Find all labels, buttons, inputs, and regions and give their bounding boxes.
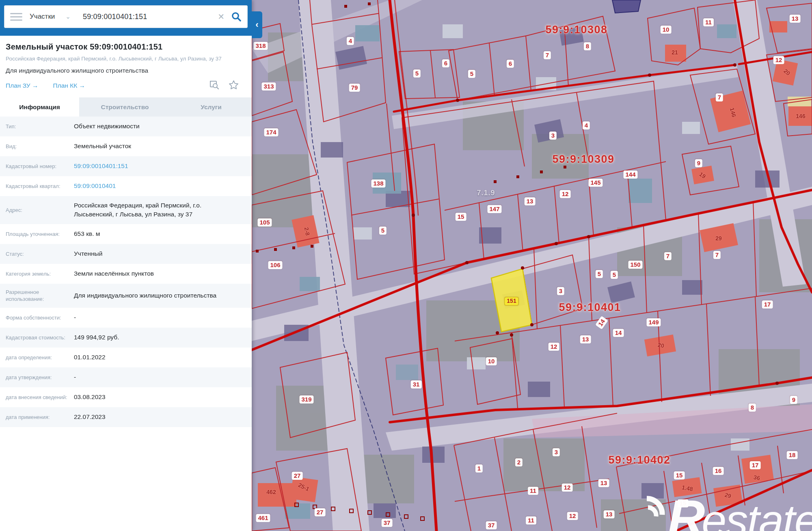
parcel-number-badge[interactable]: 27 [315,508,326,516]
table-row: дата внесения сведений: 03.08.2023 [0,387,252,407]
selected-parcel-badge[interactable]: 151 [504,297,518,305]
parcel-number-badge[interactable]: 18 [787,451,798,459]
parcel-number-badge[interactable]: 12 [562,484,573,492]
parcel-number-badge[interactable]: 5 [611,271,618,279]
parcel-number-badge[interactable]: 5 [379,227,387,235]
parcel-number-badge[interactable]: 4 [583,121,590,130]
parcel-number-badge[interactable]: 13 [604,510,615,518]
parcel-number-badge[interactable]: 313 [261,82,276,91]
search-icon[interactable] [231,11,242,22]
parcel-number-badge[interactable]: 144 [623,171,637,179]
row-value-link[interactable]: 59:09:0010401 [74,181,240,190]
parcel-number-badge[interactable]: 319 [299,395,313,404]
parcel-number-badge[interactable]: 318 [253,42,268,50]
parcel-number-badge[interactable]: 150 [628,261,642,269]
search-input[interactable] [82,12,218,22]
parcel-number-badge[interactable]: 13 [598,479,609,487]
parcel-number-badge[interactable]: 4 [347,37,354,45]
parcel-number-badge[interactable]: 7 [716,93,723,101]
search-box: Участки ⌄ ✕ [4,5,248,28]
parcel-number-badge[interactable]: 8 [584,42,591,50]
parcel-number-badge[interactable]: 17 [762,300,773,309]
attribute-table: Тип: Объект недвижимости Вид: Земельный … [0,117,252,427]
parcel-number-badge[interactable]: 5 [413,69,421,78]
parcel-number-badge[interactable]: 12 [773,56,784,64]
parcel-number-badge[interactable]: 106 [268,261,282,269]
plan-kk-link[interactable]: План КК → [53,82,86,89]
parcel-number-badge[interactable]: 11 [703,18,714,26]
parcel-number-badge[interactable]: 9 [695,159,702,167]
preview-document-icon[interactable] [209,80,220,91]
parcel-number-badge[interactable]: 12 [567,512,578,520]
building-label: 2-8 [302,224,312,238]
parcel-number-badge[interactable]: 105 [257,218,272,227]
parcel-number-badge[interactable]: 174 [264,128,278,136]
parcel-number-badge[interactable]: 6 [442,59,449,67]
quarter-label: 59:9:10401 [559,301,621,314]
building-label: 25-1 [295,480,313,494]
parcel-number-badge[interactable]: 13 [525,197,536,205]
parcel-number-badge[interactable]: 149 [646,318,661,326]
tab-construction[interactable]: Строительство [79,97,171,117]
menu-icon[interactable] [10,13,22,21]
chevron-down-icon[interactable]: ⌄ [65,13,71,20]
search-category-select[interactable]: Участки [30,13,55,21]
parcel-number-badge[interactable]: 5 [596,270,603,278]
parcel-number-badge[interactable]: 15 [456,213,466,221]
row-value: 22.07.2023 [74,412,240,421]
parcel-number-badge[interactable]: 3 [557,287,564,295]
building-label: 146 [727,105,738,120]
parcel-number-badge[interactable]: 14 [595,316,608,329]
row-value: 149 994,92 руб. [74,333,240,342]
parcel-number-badge[interactable]: 17 [750,461,761,469]
parcel-number-badge[interactable]: 10 [661,26,672,34]
parcel-number-badge[interactable]: 7 [664,252,672,260]
row-label: Вид: [6,143,74,150]
parcel-number-badge[interactable]: 14 [613,329,624,337]
parcel-number-badge[interactable]: 79 [349,84,360,92]
star-favorite-icon[interactable] [229,80,239,91]
quarter-label: 59:9:10309 [552,153,614,166]
parcel-number-badge[interactable]: 145 [588,179,603,187]
parcel-number-badge[interactable]: 11 [526,516,536,525]
building-label: 21 [669,49,680,56]
parcel-number-badge[interactable]: 9 [790,396,797,404]
parcel-number-badge[interactable]: 12 [560,190,571,198]
cadastral-map[interactable]: 59:9:1030859:9:1030959:9:1040159:9:10402… [252,0,812,531]
parcel-number-badge[interactable]: 461 [256,514,270,522]
quarter-label: 59:9:10308 [545,24,607,36]
parcel-number-badge[interactable]: 147 [487,205,501,213]
parcel-number-badge[interactable]: 11 [528,487,538,495]
parcel-number-badge[interactable]: 8 [749,404,756,412]
parcel-number-badge[interactable]: 10 [486,357,497,365]
tab-services[interactable]: Услуги [171,97,252,117]
parcel-panel: Земельный участок 59:09:0010401:151 Росс… [0,36,252,427]
clear-search-icon[interactable]: ✕ [218,12,225,22]
parcel-number-badge[interactable]: 2 [515,458,523,466]
tab-information[interactable]: Информация [0,97,79,117]
parcel-number-badge[interactable]: 13 [790,15,801,23]
parcel-number-badge[interactable]: 1 [475,464,483,473]
parcel-usage-subtitle: Для индивидуального жилищного строительс… [6,67,246,74]
parcel-number-badge[interactable]: 12 [549,343,559,351]
row-value: - [74,373,240,382]
parcel-number-badge[interactable]: 31 [411,380,422,389]
row-value-link[interactable]: 59:09:0010401:151 [74,162,240,171]
parcel-number-badge[interactable]: 13 [580,335,591,343]
parcel-number-badge[interactable]: 6 [507,60,514,68]
collapse-panel-button[interactable]: ‹ [252,11,262,38]
parcel-number-badge[interactable]: 3 [553,448,560,456]
parcel-number-badge[interactable]: 3 [549,132,557,140]
parcel-number-badge[interactable]: 37 [486,521,497,529]
watermark-text: estate [702,501,812,531]
parcel-number-badge[interactable]: 7 [544,51,551,59]
parcel-number-badge[interactable]: 5 [468,70,475,78]
parcel-number-badge[interactable]: 138 [371,179,385,188]
row-label: Категория земель: [6,270,74,278]
parcel-number-badge[interactable]: 37 [382,519,393,527]
parcel-number-badge[interactable]: 16 [713,467,724,475]
parcel-number-badge[interactable]: 7 [713,251,721,259]
parcel-number-badge[interactable]: 15 [674,471,685,479]
parcel-number-badge[interactable]: 27 [292,472,303,480]
plan-zu-link[interactable]: План ЗУ → [6,82,39,89]
